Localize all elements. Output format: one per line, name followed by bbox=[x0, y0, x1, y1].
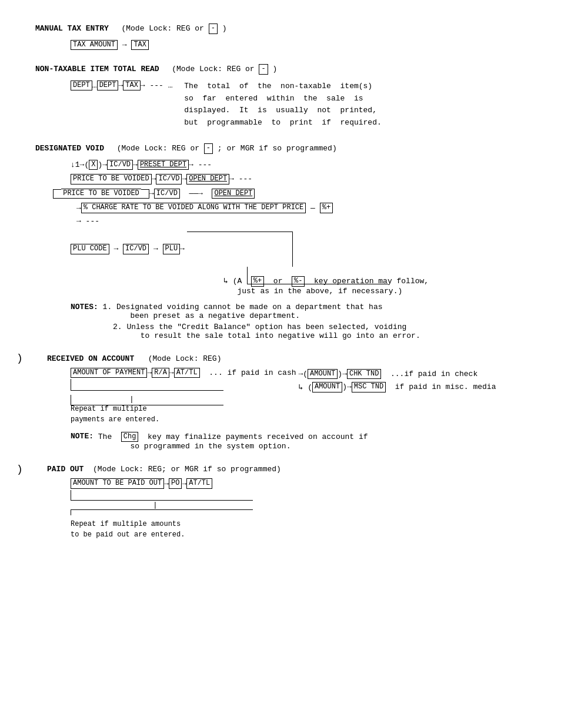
hook-symbol: ↳ bbox=[223, 277, 228, 286]
arrow-f4-1: → bbox=[113, 244, 118, 253]
minus-key-1: - bbox=[209, 24, 218, 34]
check-text: ...if paid in check bbox=[381, 370, 477, 378]
price-voided-input-1: PRICE TO BE VOIDED bbox=[71, 174, 152, 184]
tax-key: TAX bbox=[131, 40, 149, 51]
po-bracket-line-bottom bbox=[71, 509, 253, 515]
arrow-f3-1: → bbox=[149, 189, 154, 198]
plu-code-input: PLU CODE bbox=[71, 244, 109, 254]
po-bracket-top bbox=[71, 490, 526, 501]
arrow-roa-2: → bbox=[169, 368, 174, 377]
arrow-f1-1: →( bbox=[80, 160, 89, 169]
arrow-f1-2: → bbox=[102, 160, 107, 169]
notes-label: NOTES: bbox=[71, 303, 103, 320]
designated-void-header: DESIGNATED VOID (Mode Lock: REG or - ; o… bbox=[35, 143, 526, 154]
paren-close-1: ) bbox=[98, 160, 102, 169]
roa-bracket bbox=[71, 379, 296, 391]
paid-out-section: ) PAID OUT (Mode Lock: REG; or MGR if so… bbox=[35, 465, 526, 540]
roa-bracket-line bbox=[71, 379, 223, 391]
non-taxable-mode: (Mode Lock: REG or - ) bbox=[163, 64, 278, 75]
void-flow-4: PLU CODE → IC/VD → PLU → bbox=[71, 232, 526, 267]
void-note-2-text: Unless the "Credit Balance" option has b… bbox=[126, 323, 420, 340]
arrow-roa-1: → bbox=[147, 368, 152, 377]
misc-text: if paid in misc. media bbox=[386, 383, 496, 391]
arrow-po-2: → bbox=[182, 479, 186, 488]
void-note-1-num: 1. bbox=[103, 303, 116, 320]
charge-rate-input: % CHARGE RATE TO BE VOIDED ALONG WITH TH… bbox=[81, 203, 306, 213]
space-2 bbox=[118, 244, 123, 253]
icvd-key-4: IC/VD bbox=[123, 244, 149, 254]
roa-note-text: The Chg key may finalize payments receiv… bbox=[98, 432, 368, 451]
designated-void-title: DESIGNATED VOID bbox=[35, 144, 104, 153]
manual-tax-header: MANUAL TAX ENTRY (Mode Lock: REG or - ) bbox=[35, 24, 526, 34]
plu-key: PLU bbox=[163, 244, 181, 254]
arrow-f2-1: → bbox=[152, 175, 156, 183]
icvd-key-2: IC/VD bbox=[156, 174, 182, 184]
roa-repeat-area: | Repeat if multiple payments are entere… bbox=[71, 395, 526, 425]
designated-void-mode: (Mode Lock: REG or - ; or MGR if so prog… bbox=[108, 143, 337, 154]
amount-paid-out-input: AMOUNT TO BE PAID OUT bbox=[71, 478, 164, 489]
down-arrow-1: ↓1 bbox=[71, 160, 80, 169]
continuation-note: ↳ (A %+ or %- key operation may follow, … bbox=[223, 276, 526, 296]
continuation-line-top bbox=[187, 232, 293, 267]
arrow-roa-6: → bbox=[347, 383, 352, 391]
chg-key: Chg bbox=[121, 432, 139, 442]
minus-key-3: - bbox=[204, 143, 213, 154]
arrow-po-1: → bbox=[164, 479, 169, 488]
manual-tax-title: MANUAL TAX ENTRY bbox=[35, 24, 109, 33]
cash-text: ... if paid in cash bbox=[200, 368, 296, 377]
dept-key-1: DEPT bbox=[71, 80, 92, 91]
roa-flow-3: ↳ ( AMOUNT ) → MSC TND if paid in misc. … bbox=[299, 382, 496, 392]
icvd-key-3: IC/VD bbox=[154, 189, 180, 199]
roa-flow-1-main: AMOUNT OF PAYMENT → R/A → AT/TL ... if p… bbox=[71, 368, 296, 391]
bracket-open bbox=[53, 189, 61, 199]
po-repeat-arrow-sym: | bbox=[153, 501, 158, 509]
amount-key-1: AMOUNT bbox=[308, 369, 338, 380]
manual-tax-flow: TAX AMOUNT → TAX bbox=[71, 40, 526, 51]
preset-dept-key: PRESET DEPT bbox=[138, 160, 189, 170]
percent-minus-key: %- bbox=[292, 276, 305, 287]
paid-out-flow-1: AMOUNT TO BE PAID OUT → PO → AT/TL bbox=[71, 478, 526, 489]
arrow-3: → bbox=[141, 81, 145, 90]
arrow-f3b-0: → bbox=[76, 204, 81, 213]
tax-amount-input: TAX AMOUNT bbox=[71, 40, 118, 51]
space-3 bbox=[149, 244, 153, 253]
void-note-2: 2. Unless the "Credit Balance" option ha… bbox=[113, 323, 526, 340]
arrow-f1-4: → bbox=[189, 160, 193, 169]
amount-key-2: AMOUNT bbox=[312, 382, 342, 392]
roa-flow-1-line: AMOUNT OF PAYMENT → R/A → AT/TL ... if p… bbox=[71, 368, 296, 378]
po-key: PO bbox=[169, 478, 182, 489]
non-taxable-title: NON-TAXABLE ITEM TOTAL READ bbox=[35, 65, 159, 73]
roa-note: NOTE: The Chg key may finalize payments … bbox=[71, 432, 526, 451]
ra-key: R/A bbox=[152, 368, 169, 378]
paid-out-flows: AMOUNT TO BE PAID OUT → PO → AT/TL | Rep… bbox=[71, 478, 526, 540]
percent-plus-key-2: %+ bbox=[251, 276, 264, 287]
void-flow-3b: → % CHARGE RATE TO BE VOIDED ALONG WITH … bbox=[76, 203, 526, 213]
po-repeat-label: Repeat if multiple amounts to be paid ou… bbox=[71, 519, 526, 540]
arrow-roa-3: →( bbox=[299, 370, 308, 378]
dash-f3b: — bbox=[306, 204, 319, 213]
dept-key-2: DEPT bbox=[97, 80, 119, 91]
manual-tax-mode: (Mode Lock: REG or - ) bbox=[112, 24, 227, 34]
minus-key-2: - bbox=[259, 64, 268, 75]
roa-note-label: NOTE: bbox=[71, 432, 98, 441]
price-voided-input-2: PRICE TO BE VOIDED bbox=[61, 189, 141, 199]
arrow-f4-3: → bbox=[180, 244, 185, 253]
paren-3: ) bbox=[342, 383, 347, 391]
received-on-account-section: ) RECEIVED ON ACCOUNT (Mode Lock: REG) A… bbox=[35, 354, 526, 451]
non-taxable-section: NON-TAXABLE ITEM TOTAL READ (Mode Lock: … bbox=[35, 64, 526, 129]
tax-key-2: TAX bbox=[123, 80, 141, 91]
void-note-2-num: 2. bbox=[113, 323, 126, 340]
open-dept-key-1: OPEN DEPT bbox=[186, 174, 229, 184]
space-1 bbox=[109, 244, 114, 253]
non-taxable-header: NON-TAXABLE ITEM TOTAL READ (Mode Lock: … bbox=[35, 64, 526, 75]
right-paren-1: ) bbox=[16, 353, 23, 364]
void-note-1: NOTES: 1. Designated voiding cannot be m… bbox=[71, 303, 526, 320]
roa-title: RECEIVED ON ACCOUNT bbox=[47, 354, 134, 363]
roa-mode: (Mode Lock: REG) bbox=[134, 354, 221, 363]
paren-2: ) bbox=[338, 370, 342, 378]
roa-header-row: ) RECEIVED ON ACCOUNT (Mode Lock: REG) bbox=[35, 354, 526, 363]
paid-out-mode: (Mode Lock: REG; or MGR if so programmed… bbox=[84, 465, 280, 474]
roa-flow-1: AMOUNT OF PAYMENT → R/A → AT/TL ... if p… bbox=[71, 368, 526, 392]
paid-out-header: ) PAID OUT (Mode Lock: REG; or MGR if so… bbox=[35, 465, 526, 474]
void-flow-2: PRICE TO BE VOIDED → IC/VD → OPEN DEPT →… bbox=[71, 174, 526, 184]
